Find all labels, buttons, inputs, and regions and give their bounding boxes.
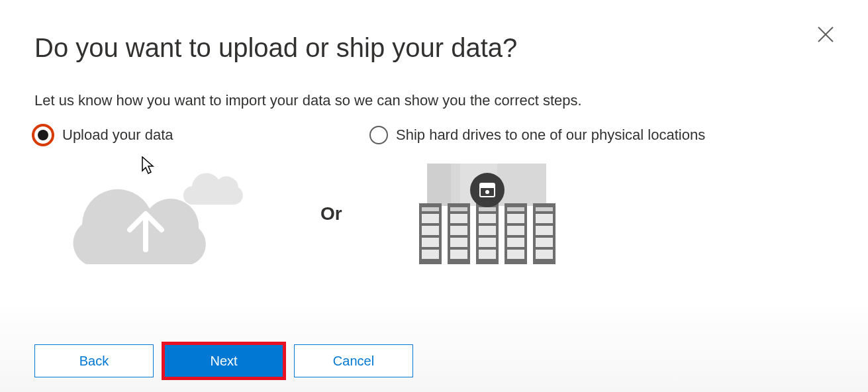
svg-rect-10 [422,238,439,247]
svg-rect-38 [480,183,495,188]
svg-rect-15 [450,226,467,235]
svg-rect-8 [422,214,439,223]
import-data-dialog: Do you want to upload or ship your data?… [0,0,868,392]
svg-rect-33 [536,226,553,235]
separator-or: Or [320,203,342,224]
option-ship[interactable]: Ship hard drives to one of our physical … [369,124,705,146]
svg-rect-13 [450,207,467,211]
dialog-subtitle: Let us know how you want to import your … [34,92,834,109]
svg-rect-28 [507,238,524,247]
svg-rect-25 [507,207,524,211]
svg-rect-9 [422,226,439,235]
svg-rect-20 [479,214,496,223]
svg-rect-29 [507,250,524,259]
button-row: Back Next Cancel [34,344,413,377]
svg-point-39 [485,190,489,194]
option-upload[interactable]: Upload your data [34,124,346,146]
illustration-row: Or [66,162,834,265]
back-button[interactable]: Back [34,344,154,377]
option-upload-label: Upload your data [62,126,173,144]
svg-rect-22 [479,238,496,247]
option-ship-label: Ship hard drives to one of our physical … [396,126,705,144]
close-icon [817,26,834,43]
svg-rect-17 [450,250,467,259]
server-room-illustration [419,164,555,264]
options-row: Upload your data Ship hard drives to one… [34,124,834,146]
svg-rect-4 [427,164,451,206]
cancel-button[interactable]: Cancel [294,344,413,377]
svg-rect-23 [479,250,496,259]
svg-rect-31 [536,207,553,211]
cloud-upload-illustration [66,162,265,265]
svg-rect-19 [479,207,496,211]
next-button[interactable]: Next [164,344,283,377]
svg-rect-32 [536,214,553,223]
svg-rect-27 [507,226,524,235]
svg-rect-21 [479,226,496,235]
svg-rect-16 [450,238,467,247]
svg-rect-34 [536,238,553,247]
svg-rect-35 [536,250,553,259]
close-button[interactable] [815,24,836,45]
dialog-title: Do you want to upload or ship your data? [34,33,834,63]
svg-rect-7 [422,207,439,211]
svg-rect-14 [450,214,467,223]
radio-selected-icon [32,124,54,146]
radio-unselected-icon [369,126,388,144]
svg-rect-11 [422,250,439,259]
svg-rect-26 [507,214,524,223]
